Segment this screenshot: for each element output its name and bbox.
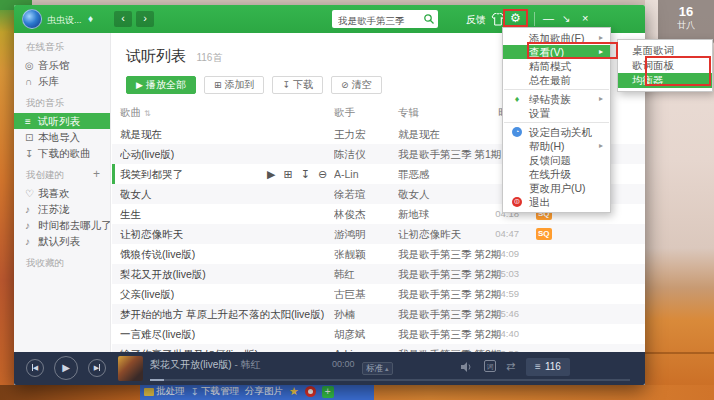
row-download-icon[interactable]: ↧ <box>301 164 310 184</box>
song-artist[interactable]: 陈洁仪 <box>334 144 396 164</box>
playlist-button[interactable]: ≡116 <box>526 358 570 376</box>
column-artist[interactable]: 歌手 <box>334 106 355 120</box>
table-row[interactable]: 一言难尽(live版) 胡彦斌 我是歌手第三季 第2期 04:40 <box>112 324 645 344</box>
row-play-icon[interactable]: ▶ <box>267 164 275 184</box>
play-button[interactable]: ▶ <box>54 356 78 380</box>
menu-item-label: 帮助(H) <box>529 140 565 152</box>
sidebar-section-created: 我创建的 + <box>26 169 110 182</box>
album-art[interactable] <box>118 356 143 381</box>
table-row[interactable]: 梨花又开放(live版) 韩红 我是歌手第三季 第2期 05:03 <box>112 264 645 284</box>
sidebar-item-playlist-2[interactable]: ♪时间都去哪儿了 <box>14 217 110 233</box>
sidebar-item-default-playlist[interactable]: ♪默认列表 <box>14 233 110 249</box>
sidebar-item-label: 乐库 <box>38 75 59 87</box>
toolbar-item-share-image[interactable]: 分享图片 <box>245 385 283 398</box>
sidebar-item-label: 音乐馆 <box>38 59 70 71</box>
song-title: 敬女人 <box>120 184 330 204</box>
back-button[interactable]: ‹ <box>114 11 132 27</box>
add-to-button[interactable]: ⊞添加到 <box>204 76 265 94</box>
now-playing-artist[interactable]: 韩红 <box>241 359 261 370</box>
menu-item-auto-shutdown[interactable]: ◔设定自动关机 <box>503 125 610 139</box>
menu-item-online-update[interactable]: 在线升级 <box>503 167 610 181</box>
table-row[interactable]: 梦开始的地方 草原上升起不落的太阳(live版) 孙楠 我是歌手第三季 第2期 … <box>112 304 645 324</box>
menu-item-feedback[interactable]: 反馈问题 <box>503 153 610 167</box>
table-row[interactable]: 输了你赢了世界又如何(live版) A-Lin 我是歌手第三季 第2期 03:5… <box>112 344 645 352</box>
sidebar-item-music-hall[interactable]: ◎音乐馆 <box>14 57 110 73</box>
menu-item-always-on-top[interactable]: 总在最前 <box>503 73 610 87</box>
table-row[interactable]: 饿狼传说(live版) 张靓颖 我是歌手第三季 第2期 04:09 <box>112 244 645 264</box>
play-all-button[interactable]: ▶播放全部 <box>126 76 196 94</box>
play-mode-icon[interactable]: ⇄ <box>506 360 515 373</box>
music-note-icon: ♪ <box>25 202 38 217</box>
menu-item-mini-mode[interactable]: 精简模式 <box>503 59 610 73</box>
song-artist[interactable]: 胡彦斌 <box>334 324 396 344</box>
minimize-button[interactable]: — <box>543 12 554 25</box>
download-icon: ↧ <box>191 386 199 397</box>
song-artist[interactable]: 古巨基 <box>334 284 396 304</box>
sidebar-item-favorites[interactable]: ♡我喜欢 <box>14 185 110 201</box>
sidebar-item-label: 本地导入 <box>38 131 80 143</box>
song-artist[interactable]: 游鸿明 <box>334 224 396 244</box>
menu-item-exit[interactable]: ⏼退出 <box>503 195 610 209</box>
weibo-icon[interactable] <box>305 386 316 397</box>
submenu-arrow-icon: ▸ <box>599 139 603 153</box>
download-button[interactable]: ↧下载 <box>272 76 323 94</box>
toolbar-item-batch[interactable]: 批处理 <box>144 385 185 398</box>
minimize-to-tray-button[interactable]: ↘ <box>562 12 570 25</box>
username[interactable]: 虫虫设... <box>47 14 82 27</box>
sidebar-item-local-import[interactable]: ⊡本地导入 <box>14 129 110 145</box>
song-artist[interactable]: 林俊杰 <box>334 204 396 224</box>
sidebar-section-my-music: 我的音乐 <box>26 97 110 110</box>
sidebar-item-downloaded-songs[interactable]: ↧下载的歌曲 <box>14 145 110 161</box>
song-artist[interactable]: A-Lin <box>334 344 396 352</box>
column-label: 歌曲 <box>120 106 141 118</box>
star-icon[interactable]: ★ <box>289 386 299 397</box>
sidebar: 在线音乐 ◎音乐馆 ∩乐库 我的音乐 ≡试听列表 ⊡本地导入 ↧下载的歌曲 我创… <box>14 33 111 352</box>
song-artist[interactable]: 徐若瑄 <box>334 184 396 204</box>
song-artist[interactable]: 王力宏 <box>334 124 396 144</box>
volume-icon[interactable] <box>460 361 474 373</box>
column-album[interactable]: 专辑 <box>398 106 419 120</box>
submenu-arrow-icon: ▸ <box>599 92 603 106</box>
sidebar-item-listen-list[interactable]: ≡试听列表 <box>14 113 110 129</box>
table-row[interactable]: 让初恋像昨天 游鸿明 让初恋像昨天 04:47 SQ <box>112 224 645 244</box>
toolbar-item-download-manager[interactable]: ↧ 下载管理 <box>191 385 239 398</box>
toolbar-item-label: 批处理 <box>156 385 185 398</box>
song-artist[interactable]: 韩红 <box>334 264 396 284</box>
annotation-box-equalizer <box>645 56 711 86</box>
lyrics-icon[interactable]: 词 <box>484 360 496 372</box>
menu-item-switch-user[interactable]: 更改用户(U) <box>503 181 610 195</box>
song-artist[interactable]: A-Lin <box>334 164 396 184</box>
row-add-icon[interactable]: ⊞ <box>283 164 292 184</box>
song-artist[interactable]: 张靓颖 <box>334 244 396 264</box>
previous-button[interactable]: ◀ <box>26 359 44 377</box>
table-row[interactable]: 父亲(live版) 古巨基 我是歌手第三季 第2期 04:59 <box>112 284 645 304</box>
menu-item-label: 反馈问题 <box>529 154 571 166</box>
sidebar-item-music-library[interactable]: ∩乐库 <box>14 73 110 89</box>
new-playlist-button[interactable]: + <box>93 167 100 181</box>
song-title: 就是现在 <box>120 124 330 144</box>
menu-item-help[interactable]: 帮助(H)▸ <box>503 139 610 153</box>
next-button[interactable]: ▶ <box>88 359 106 377</box>
sidebar-item-playlist-1[interactable]: ♪汪苏泷 <box>14 201 110 217</box>
add-icon: ⊞ <box>214 80 222 90</box>
sidebar-item-label: 汪苏泷 <box>38 203 70 215</box>
menu-item-settings[interactable]: 设置 <box>503 106 610 120</box>
menu-item-green-diamond[interactable]: ♦绿钻贵族▸ <box>503 92 610 106</box>
now-playing-title[interactable]: 梨花又开放(live版) <box>150 359 232 370</box>
close-button[interactable]: × <box>582 12 588 25</box>
column-song[interactable]: 歌曲⇅ <box>120 106 151 120</box>
song-count: 116首 <box>196 52 222 63</box>
clear-button[interactable]: ⊘清空 <box>331 76 382 94</box>
progress-bar[interactable] <box>150 379 630 381</box>
song-title: 一言难尽(live版) <box>120 324 330 344</box>
feedback-link[interactable]: 反馈 <box>466 13 486 27</box>
song-artist[interactable]: 孙楠 <box>334 304 396 324</box>
sort-icon[interactable]: ⇅ <box>144 109 151 118</box>
download-icon: ↧ <box>25 146 38 161</box>
forward-button[interactable]: › <box>136 11 154 27</box>
row-delete-icon[interactable]: ⊖ <box>318 164 327 184</box>
song-duration: 05:03 <box>462 264 519 284</box>
add-icon[interactable]: + <box>322 386 334 398</box>
quality-selector[interactable]: 标准▴ <box>362 362 393 375</box>
search-icon[interactable] <box>423 13 435 25</box>
